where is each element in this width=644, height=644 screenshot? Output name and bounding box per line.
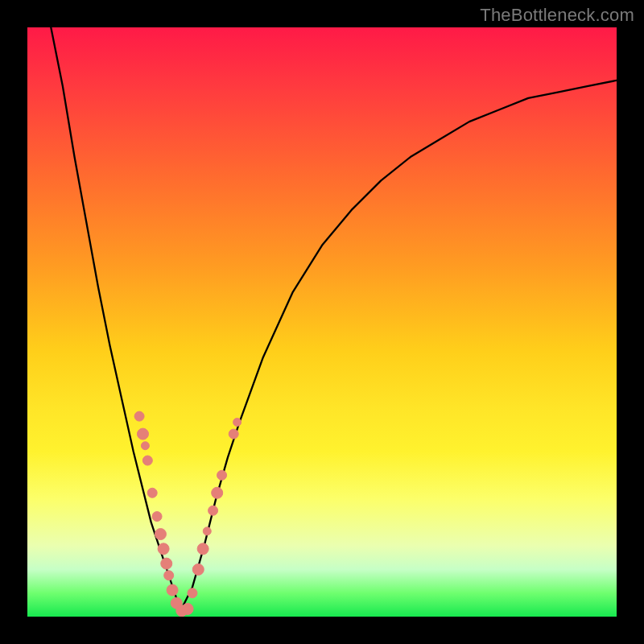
outer-frame: TheBottleneck.com [0,0,644,644]
data-point [134,411,144,421]
data-point [137,428,148,440]
series-right-branch [180,80,617,611]
data-point [142,456,152,465]
data-point [212,487,223,498]
data-point [217,470,227,480]
data-point [164,571,174,580]
data-point [197,543,208,555]
data-point [208,506,218,515]
data-point [147,488,157,497]
data-point [188,588,197,598]
data-point [203,527,211,535]
data-point [233,418,242,426]
chart-svg [27,27,617,617]
data-point [192,564,204,575]
data-point [229,429,238,439]
data-point [155,529,166,540]
marker-dots-group [134,411,242,617]
data-point [167,584,178,596]
watermark-text: TheBottleneck.com [480,5,634,26]
series-left-branch [51,27,180,611]
data-point [158,543,169,555]
curve-group [51,27,617,611]
data-point [182,603,193,614]
plot-area [27,27,617,617]
data-point [152,512,162,522]
data-point [141,442,149,450]
data-point [161,558,172,569]
